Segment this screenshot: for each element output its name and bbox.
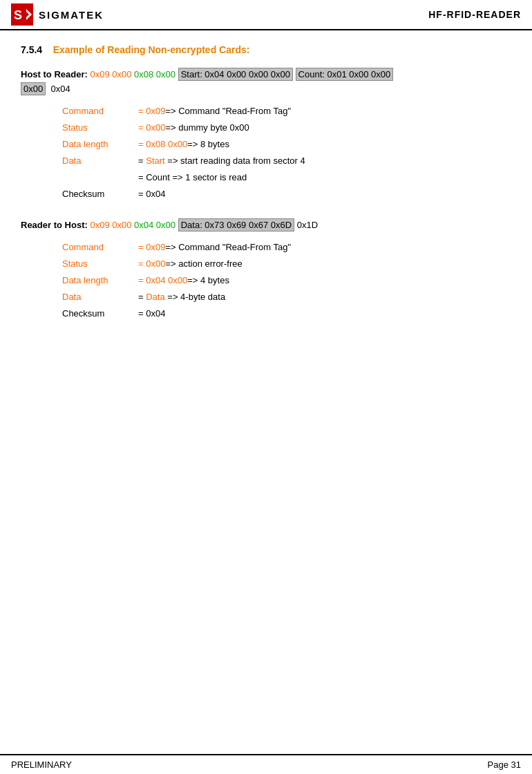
host-data-val-orange: Start	[146, 155, 164, 166]
reader-to-host-line: Reader to Host: 0x09 0x00 0x04 0x00 Data…	[21, 218, 511, 233]
svg-text:S: S	[14, 8, 22, 22]
host-status-val-orange: = 0x00	[138, 122, 165, 133]
host-suffix-plain: 0x04	[50, 84, 70, 94]
host-hex3: 0x08	[134, 69, 156, 79]
reader-datalength-value: = 0x04 0x00=> 4 bytes	[138, 273, 511, 288]
reader-label: Reader to Host:	[21, 220, 88, 230]
reader-command-val-plain: => Command "Read-From Tag"	[165, 242, 291, 252]
reader-data-label: Data	[62, 290, 138, 305]
reader-hex3: 0x04	[134, 220, 156, 230]
host-hex2: 0x00	[112, 69, 134, 79]
reader-suffix-plain: 0x1D	[297, 220, 318, 230]
host-data-value2: = Count => 1 sector is read	[138, 170, 511, 185]
host-data-label-empty	[62, 170, 138, 185]
reader-datalength-label: Data length	[62, 273, 138, 288]
reader-hex1: 0x09	[90, 220, 112, 230]
host-data-label: Data	[62, 153, 138, 169]
reader-command-value: = 0x09=> Command "Read-From Tag"	[138, 240, 511, 255]
reader-data-box: Data: 0x73 0x69 0x67 0x6D	[178, 218, 294, 232]
reader-hex2: 0x00	[112, 220, 134, 230]
host-checksum-label: Checksum	[62, 187, 138, 202]
host-start-box: Start: 0x04 0x00 0x00 0x00	[178, 68, 293, 81]
reader-checksum-value: = 0x04	[138, 306, 511, 321]
host-hex4: 0x00	[156, 69, 178, 79]
host-data-val-plain: => start reading data from sector 4	[165, 155, 305, 166]
reader-datalength-val-orange: = 0x04 0x00	[138, 275, 187, 285]
host-datalength-val-orange: = 0x08 0x00	[138, 139, 187, 149]
reader-hex4: 0x00	[156, 220, 178, 230]
host-checksum-value: = 0x04	[138, 187, 511, 202]
host-command-val-orange: = 0x09	[138, 106, 165, 116]
page-header: S SIGMATEK HF-RFID-READER	[0, 0, 532, 30]
reader-checksum-label: Checksum	[62, 306, 138, 321]
reader-command-val-orange: = 0x09	[138, 242, 165, 252]
reader-command-label: Command	[62, 240, 138, 255]
section-title: Example of Reading Non-encrypted Cards:	[53, 44, 250, 55]
host-suffix-box: 0x00	[21, 82, 46, 95]
host-label: Host to Reader:	[21, 69, 88, 79]
host-to-reader-block: Host to Reader: 0x09 0x00 0x08 0x00 Star…	[21, 68, 511, 202]
reader-datalength-val-plain: => 4 bytes	[187, 275, 229, 285]
host-status-label: Status	[62, 120, 138, 135]
host-count-box: Count: 0x01 0x00 0x00	[296, 68, 394, 81]
reader-data-eq: =	[138, 292, 146, 302]
reader-status-val-orange: = 0x00	[138, 258, 165, 269]
host-datalength-label: Data length	[62, 137, 138, 152]
footer-left: PRELIMINARY	[11, 759, 72, 770]
host-data-value: = Start => start reading data from secto…	[138, 153, 511, 169]
host-data-eq: =	[138, 155, 146, 166]
host-datalength-value: = 0x08 0x00=> 8 bytes	[138, 137, 511, 152]
reader-status-value: = 0x00=> action error-free	[138, 256, 511, 272]
footer-right: Page 31	[488, 759, 521, 770]
logo-area: S SIGMATEK	[11, 3, 104, 26]
reader-to-host-block: Reader to Host: 0x09 0x00 0x04 0x00 Data…	[21, 218, 511, 321]
reader-cmd-table: Command = 0x09=> Command "Read-From Tag"…	[62, 240, 511, 321]
reader-status-val-plain: => action error-free	[165, 258, 242, 269]
host-status-val-plain: => dummy byte 0x00	[165, 122, 249, 133]
reader-data-val-orange: Data	[146, 292, 164, 302]
company-name: SIGMATEK	[39, 9, 104, 21]
section-number: 7.5.4	[21, 44, 42, 55]
host-command-value: = 0x09=> Command "Read-From Tag"	[138, 104, 511, 119]
main-content: 7.5.4 Example of Reading Non-encrypted C…	[0, 30, 532, 352]
host-datalength-val-plain: => 8 bytes	[187, 139, 229, 149]
host-command-label: Command	[62, 104, 138, 119]
document-title: HF-RFID-READER	[428, 9, 521, 20]
reader-data-value: = Data => 4-byte data	[138, 290, 511, 305]
sigmatek-logo-icon: S	[11, 3, 33, 26]
host-hex1: 0x09	[90, 69, 112, 79]
page-footer: PRELIMINARY Page 31	[0, 754, 532, 774]
host-command-val-plain: => Command "Read-From Tag"	[165, 106, 291, 116]
host-to-reader-line: Host to Reader: 0x09 0x00 0x08 0x00 Star…	[21, 68, 511, 97]
section-heading: 7.5.4 Example of Reading Non-encrypted C…	[21, 44, 511, 55]
host-status-value: = 0x00=> dummy byte 0x00	[138, 120, 511, 135]
host-cmd-table: Command = 0x09=> Command "Read-From Tag"…	[62, 104, 511, 202]
reader-data-val-plain: => 4-byte data	[165, 292, 225, 302]
reader-status-label: Status	[62, 256, 138, 272]
